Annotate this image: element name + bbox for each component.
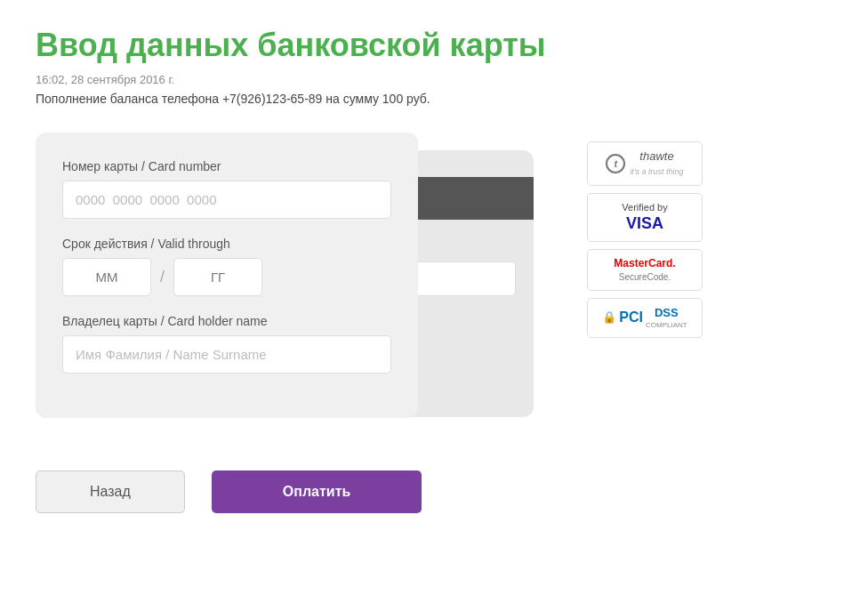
- pci-icon: 🔒: [602, 310, 616, 326]
- thawte-name: thawte: [639, 149, 673, 163]
- visa-badge: Verified by VISA: [587, 193, 703, 243]
- thawte-sub: it's a trust thing: [630, 167, 683, 176]
- pci-compliant-text: COMPLIANT: [646, 321, 687, 330]
- card-front: Номер карты / Card number Срок действия …: [36, 133, 418, 418]
- expiry-label: Срок действия / Valid through: [62, 237, 391, 251]
- mastercard-badge: MasterCard. SecureCode.: [587, 249, 703, 291]
- expiry-row: /: [62, 258, 391, 296]
- expiry-month-input[interactable]: [62, 258, 151, 296]
- visa-brand-text: VISA: [599, 213, 691, 234]
- buttons-row: Назад Оплатить: [36, 470, 832, 513]
- visa-verified-text: Verified by: [599, 201, 691, 213]
- timestamp: 16:02, 28 сентября 2016 г.: [36, 73, 832, 86]
- mastercard-sub-text: SecureCode.: [599, 271, 691, 283]
- pci-badge: 🔒 PCI DSS COMPLIANT: [587, 298, 703, 338]
- pay-button[interactable]: Оплатить: [212, 470, 422, 513]
- card-number-label: Номер карты / Card number: [62, 159, 391, 173]
- card-container: CVV/CVC Последние 3 цифрына полосе для п…: [36, 133, 551, 435]
- main-area: CVV/CVC Последние 3 цифрына полосе для п…: [36, 133, 832, 435]
- card-number-input[interactable]: [62, 181, 391, 219]
- mastercard-brand-text: MasterCard.: [599, 257, 691, 271]
- pci-label-text: PCI: [619, 309, 643, 327]
- back-button[interactable]: Назад: [36, 470, 185, 513]
- thawte-icon: t: [606, 154, 625, 173]
- expiry-slash: /: [151, 268, 173, 286]
- payment-description: Пополнение баланса телефона +7(926)123-6…: [36, 92, 832, 106]
- expiry-year-input[interactable]: [173, 258, 262, 296]
- page-title: Ввод данных банковской карты: [36, 27, 832, 64]
- cardholder-label: Владелец карты / Card holder name: [62, 314, 391, 328]
- badges-column: t thawte it's a trust thing Verified by …: [587, 141, 703, 338]
- pci-dss-text: DSS: [646, 306, 687, 321]
- cardholder-input[interactable]: [62, 335, 391, 374]
- thawte-badge: t thawte it's a trust thing: [587, 141, 703, 186]
